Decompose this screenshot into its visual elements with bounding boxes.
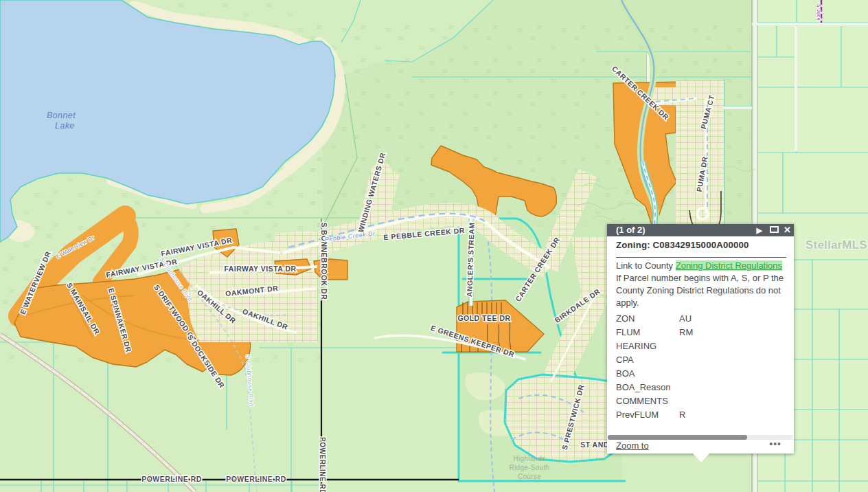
svg-text:StellarMLS: StellarMLS [806,238,867,251]
svg-text:S BONNEBROOK DR: S BONNEBROOK DR [320,223,328,300]
svg-text:POWERLINE RD: POWERLINE RD [141,475,202,483]
svg-text:Lake: Lake [55,121,75,131]
svg-text:Ridge-South: Ridge-South [510,464,550,471]
svg-text:ST AND: ST AND [580,440,609,449]
svg-text:GOLD TEE DR: GOLD TEE DR [457,314,510,322]
svg-text:Highlands: Highlands [513,455,545,462]
svg-text:S Jack: S Jack [816,4,821,21]
svg-text:POWERLINE RD: POWERLINE RD [226,475,286,483]
svg-text:POWERLINE RD: POWERLINE RD [319,437,326,492]
svg-text:Course: Course [518,473,541,480]
svg-text:FAIRWAY VISTA DR: FAIRWAY VISTA DR [224,265,296,273]
svg-text:Bonnet: Bonnet [47,111,76,120]
